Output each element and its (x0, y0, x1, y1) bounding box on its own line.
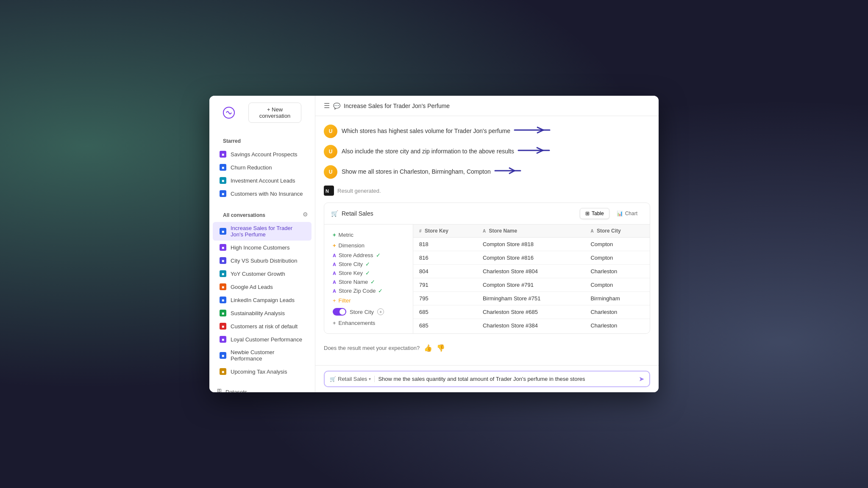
table-tab[interactable]: ⊞ Table (580, 208, 609, 219)
dim-store-city[interactable]: A Store City ✓ (329, 260, 408, 269)
all-items-list: ■ Increase Sales for Trader Jon's Perfum… (209, 222, 315, 378)
col-header-store-city: A Store City (584, 225, 650, 238)
message-row-2: U Also include the store city and zip in… (324, 145, 650, 158)
arrow-decoration-1 (514, 125, 552, 135)
city-suburb-icon: ■ (220, 257, 226, 264)
cell-key-1: 816 (413, 251, 477, 265)
result-card-body: + Metric + Dimension A Store Address ✓ (324, 225, 650, 333)
risk-default-icon: ■ (220, 323, 226, 330)
cell-key-5: 685 (413, 305, 477, 319)
result-source-label: Retail Sales (342, 210, 373, 217)
starred-section-header: Starred (209, 133, 315, 147)
sidebar-item-city-suburb[interactable]: ■ City VS Suburb Distribution (213, 254, 312, 267)
sidebar-item-label: Sustainability Analysis (231, 310, 285, 316)
sidebar-item-label: High Income Customers (231, 244, 289, 251)
message-text-3: Show me all stores in Charleston, Birmin… (342, 165, 491, 176)
sidebar-item-sustainability[interactable]: ■ Sustainability Analysis (213, 307, 312, 319)
table-row: 816 Compton Store #816 Compton (413, 251, 650, 265)
churn-icon: ■ (220, 164, 226, 171)
filter-item[interactable]: + Filter (329, 295, 408, 306)
cell-city-4: Birmingham (584, 292, 650, 305)
query-panel: + Metric + Dimension A Store Address ✓ (324, 225, 413, 333)
chat-icon: 💬 (333, 103, 340, 109)
linkedin-icon: ■ (220, 297, 226, 303)
chart-tab-label: Chart (625, 211, 637, 216)
dim-store-key[interactable]: A Store Key ✓ (329, 269, 408, 277)
store-city-col-icon: A (590, 229, 593, 233)
sidebar-item-yoy[interactable]: ■ YoY Customer Growth (213, 267, 312, 280)
cell-name-3: Compton Store #791 (477, 278, 585, 292)
dimension-item[interactable]: + Dimension (329, 240, 408, 251)
filter-label: Filter (339, 297, 351, 304)
cell-name-4: Birmingham Store #751 (477, 292, 585, 305)
trader-jons-icon: ■ (220, 228, 226, 235)
message-text-1: Which stores has highest sales volume fo… (342, 125, 510, 136)
hamburger-icon[interactable]: ☰ (324, 102, 330, 110)
dataset-selector[interactable]: 🛒 Retail Sales ▾ (330, 376, 375, 382)
col-header-store-name: A Store Name (477, 225, 585, 238)
dim-store-name[interactable]: A Store Name ✓ (329, 277, 408, 286)
yoy-icon: ■ (220, 270, 226, 277)
cell-name-0: Compton Store #818 (477, 238, 585, 251)
cell-key-0: 818 (413, 238, 477, 251)
cell-city-1: Compton (584, 251, 650, 265)
result-card: 🛒 Retail Sales ⊞ Table 📊 Chart (324, 202, 650, 334)
send-button[interactable]: ➤ (639, 375, 644, 383)
metric-label: Metric (339, 232, 353, 238)
data-table-container: # Store Key A Store Name A (413, 225, 650, 333)
table-row: 804 Charleston Store #804 Charleston (413, 265, 650, 278)
store-key-check: ✓ (365, 270, 370, 276)
dataset-icon: 🛒 (330, 376, 336, 382)
dimension-plus-icon: + (333, 242, 336, 249)
sidebar-item-investment[interactable]: ■ Investment Account Leads (213, 174, 312, 187)
sidebar-item-tax[interactable]: ■ Upcoming Tax Analysis (213, 365, 312, 378)
metric-plus-icon: + (333, 232, 336, 238)
dim-store-address-label: Store Address (339, 252, 373, 258)
thumbs-down-button[interactable]: 👎 (437, 344, 445, 352)
store-key-attr-icon: A (333, 271, 336, 276)
datasets-item[interactable]: 🗄 Datasets (209, 385, 315, 392)
message-row-3: U Show me all stores in Charleston, Birm… (324, 165, 650, 179)
chart-tab-icon: 📊 (617, 211, 623, 216)
sidebar-item-newbie[interactable]: ■ Newbie Customer Performance (213, 346, 312, 365)
sidebar-item-risk-default[interactable]: ■ Customers at risk of default (213, 320, 312, 333)
enhancements-plus-icon: + (333, 320, 336, 326)
arrow-decoration-3 (494, 166, 522, 175)
sidebar-item-savings[interactable]: ■ Savings Account Prospects (213, 148, 312, 161)
col-header-store-city-label: Store City (597, 228, 621, 234)
thumbs-up-button[interactable]: 👍 (424, 344, 432, 352)
sidebar-item-linkedin[interactable]: ■ LinkedIn Campaign Leads (213, 294, 312, 306)
table-row: 818 Compton Store #818 Compton (413, 238, 650, 251)
dim-store-zip[interactable]: A Store Zip Code ✓ (329, 286, 408, 295)
sidebar-item-google-ads[interactable]: ■ Google Ad Leads (213, 280, 312, 293)
cell-name-6: Charleston Store #384 (477, 319, 585, 333)
message-row-1: U Which stores has highest sales volume … (324, 125, 650, 138)
chart-tab[interactable]: 📊 Chart (611, 208, 643, 219)
metric-item[interactable]: + Metric (329, 230, 408, 240)
conversation-title: Increase Sales for Trader Jon's Perfume (344, 103, 450, 109)
store-city-toggle[interactable] (333, 308, 346, 316)
add-filter-button[interactable]: + (377, 308, 384, 315)
sidebar-item-loyal[interactable]: ■ Loyal Customer Performance (213, 333, 312, 346)
store-key-col-icon: # (419, 229, 422, 233)
result-card-title: 🛒 Retail Sales (331, 210, 373, 217)
dim-store-address[interactable]: A Store Address ✓ (329, 251, 408, 260)
table-row: 685 Charleston Store #384 Charleston (413, 319, 650, 333)
investment-icon: ■ (220, 177, 226, 184)
enhancements-item[interactable]: + Enhancements (329, 318, 408, 328)
dimension-label: Dimension (339, 242, 364, 249)
sidebar-item-high-income[interactable]: ■ High Income Customers (213, 241, 312, 254)
sidebar-item-trader-jons[interactable]: ■ Increase Sales for Trader Jon's Perfum… (213, 222, 312, 241)
sidebar-item-no-insurance[interactable]: ■ Customers with No Insurance (213, 187, 312, 200)
result-generated-row: N Result generated. (324, 186, 650, 196)
sidebar-item-label: YoY Customer Growth (231, 271, 285, 277)
enhancements-label: Enhancements (339, 320, 376, 326)
filter-icon[interactable]: ⚙ (303, 211, 308, 218)
starred-label: Starred (216, 135, 248, 146)
cell-name-1: Compton Store #816 (477, 251, 585, 265)
chat-input[interactable] (378, 376, 635, 382)
sidebar-item-churn[interactable]: ■ Churn Reduction (213, 161, 312, 174)
new-conversation-button[interactable]: + New conversation (248, 103, 301, 123)
store-address-check: ✓ (376, 252, 381, 258)
feedback-row: Does the result meet your expectation? 👍… (324, 342, 650, 359)
